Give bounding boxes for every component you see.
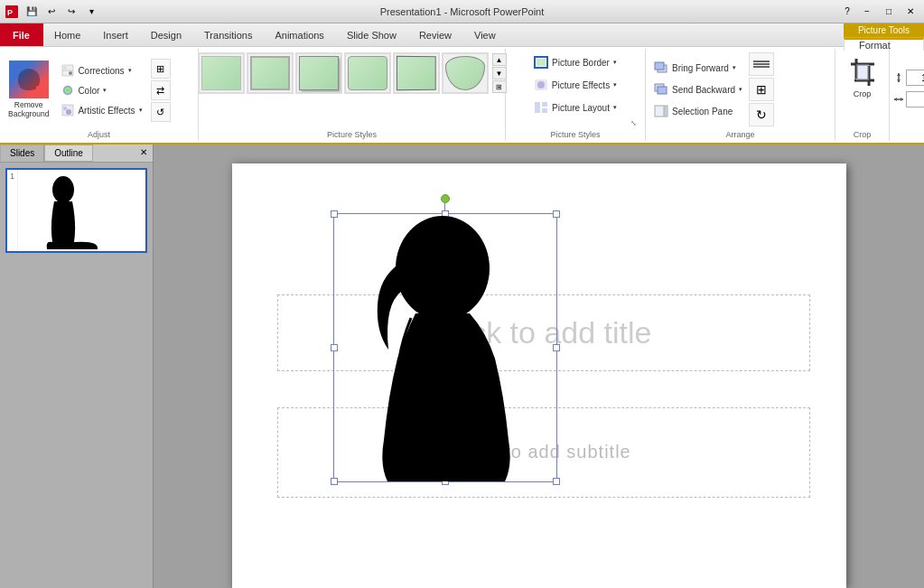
customize-quick-btn[interactable]: ▾ (83, 4, 99, 20)
tab-slideshow[interactable]: Slide Show (336, 23, 408, 46)
tab-transitions[interactable]: Transitions (193, 23, 264, 46)
arrange-col1: Bring Forward ▾ Send Backward ▾ Selectio… (649, 58, 747, 121)
powerpoint-icon: P (4, 4, 20, 20)
tab-insert[interactable]: Insert (92, 23, 140, 46)
corrections-label: Corrections (78, 66, 124, 76)
styles-group-expander[interactable]: ⤡ (630, 119, 641, 130)
svg-rect-16 (542, 108, 547, 113)
width-input[interactable]: 9.28 cm (906, 91, 925, 107)
corrections-icon (61, 64, 74, 77)
selection-pane-button[interactable]: Selection Pane (649, 101, 747, 121)
align-button[interactable] (749, 52, 774, 76)
rotate-handle[interactable] (441, 194, 450, 203)
arrange-group-label: Arrange (646, 130, 835, 139)
context-group-label: Picture Tools (844, 23, 924, 38)
tab-slides[interactable]: Slides (0, 145, 44, 162)
help-btn[interactable]: ? (839, 4, 855, 20)
undo-quick-btn[interactable]: ↩ (43, 4, 60, 20)
picture-layout-button[interactable]: Picture Layout ▾ (529, 98, 621, 117)
height-input[interactable]: 11.45 cm (906, 70, 925, 86)
rotate-button[interactable]: ↻ (749, 103, 774, 126)
picture-border-label: Picture Border (552, 58, 610, 68)
gallery-expand[interactable]: ⊞ (492, 80, 507, 93)
color-chevron: ▾ (103, 87, 107, 94)
group-button[interactable]: ⊞ (749, 78, 774, 101)
svg-rect-11 (537, 59, 546, 66)
artistic-effects-button[interactable]: Artistic Effects ▾ (57, 101, 146, 119)
slide-canvas[interactable]: Click to add title Click to add subtitle (232, 163, 846, 588)
image-selection-box[interactable] (333, 213, 557, 482)
svg-marker-32 (894, 98, 897, 101)
maximize-btn[interactable]: □ (879, 4, 899, 20)
tab-view[interactable]: View (463, 23, 508, 46)
silhouette-image[interactable] (334, 214, 556, 481)
tab-home[interactable]: Home (43, 23, 92, 46)
adjust-group-label: Adjust (0, 130, 198, 139)
style-item-3[interactable] (295, 52, 342, 94)
svg-point-36 (423, 470, 426, 473)
send-backward-button[interactable]: Send Backward ▾ (649, 79, 747, 99)
bring-forward-icon (654, 61, 668, 74)
minimize-btn[interactable]: − (857, 4, 877, 20)
style-item-2[interactable] (247, 52, 294, 94)
effects-group-label: Picture Styles (506, 130, 645, 139)
slide-thumbnail-1 (17, 170, 126, 251)
tab-design[interactable]: Design (140, 23, 193, 46)
title-bar: P 💾 ↩ ↪ ▾ Presentation1 - Microsoft Powe… (0, 0, 924, 23)
slide-thumb-1[interactable]: 1 (5, 168, 147, 253)
slide-num-1: 1 (7, 170, 17, 251)
title-bar-controls: ? − □ ✕ (839, 4, 920, 20)
window-title: Presentation1 - Microsoft PowerPoint (380, 6, 545, 17)
remove-background-button[interactable]: RemoveBackground (4, 56, 53, 123)
style-item-4[interactable] (344, 52, 391, 94)
tab-review[interactable]: Review (408, 23, 463, 46)
reset-picture-button[interactable]: ↺ (151, 102, 171, 122)
selection-pane-label: Selection Pane (672, 107, 733, 117)
remove-background-label: RemoveBackground (8, 100, 49, 118)
style-item-6[interactable] (442, 52, 489, 94)
title-bar-left: P 💾 ↩ ↪ ▾ (4, 4, 99, 20)
gallery-scroll-controls: ▲ ▼ ⊞ (492, 53, 507, 93)
ribbon-group-effects: Picture Border ▾ Picture Effects ▾ Pictu… (506, 49, 646, 141)
color-button[interactable]: Color ▾ (57, 81, 146, 99)
picture-border-button[interactable]: Picture Border ▾ (529, 52, 621, 72)
picture-border-chevron: ▾ (613, 59, 617, 66)
crop-label: Crop (854, 89, 872, 98)
close-btn[interactable]: ✕ (901, 4, 920, 20)
compress-pictures-button[interactable]: ⊞ (151, 59, 171, 79)
gallery-scroll-up[interactable]: ▲ (492, 53, 507, 66)
color-label: Color (78, 86, 99, 96)
tab-animations[interactable]: Animations (264, 23, 335, 46)
artistic-effects-chevron: ▾ (139, 107, 143, 114)
change-picture-button[interactable]: ⇄ (151, 80, 171, 100)
slides-tabs-bar: Slides Outline ✕ (0, 145, 153, 163)
crop-group-label: Crop (835, 130, 889, 139)
style-item-5[interactable] (393, 52, 440, 94)
crop-button[interactable]: Crop (843, 52, 882, 103)
context-group: Picture Tools Format (844, 23, 924, 46)
svg-point-5 (69, 71, 72, 75)
tab-outline[interactable]: Outline (44, 145, 93, 162)
svg-point-6 (63, 86, 72, 95)
send-backward-chevron: ▾ (739, 86, 742, 93)
remove-background-icon (9, 61, 49, 98)
svg-point-4 (63, 66, 67, 70)
tab-file[interactable]: File (0, 23, 43, 46)
svg-text:P: P (7, 8, 13, 17)
corrections-button[interactable]: Corrections ▾ (57, 61, 146, 79)
ribbon-group-crop: Crop Crop (835, 49, 890, 141)
size-group-label: Size (890, 130, 924, 139)
svg-point-37 (434, 472, 436, 475)
gallery-scroll-down[interactable]: ▼ (492, 67, 507, 79)
picture-layout-chevron: ▾ (613, 104, 617, 111)
picture-effects-button[interactable]: Picture Effects ▾ (529, 75, 621, 95)
save-quick-btn[interactable]: 💾 (23, 4, 40, 20)
redo-quick-btn[interactable]: ↪ (63, 4, 79, 20)
adjust-icons-col: ⊞ ⇄ ↺ (151, 57, 171, 122)
style-item-1[interactable] (198, 52, 245, 94)
bring-forward-chevron: ▾ (733, 64, 736, 71)
svg-rect-22 (665, 106, 667, 117)
send-backward-icon (654, 83, 668, 96)
bring-forward-button[interactable]: Bring Forward ▾ (649, 58, 747, 78)
panel-close[interactable]: ✕ (135, 145, 153, 162)
